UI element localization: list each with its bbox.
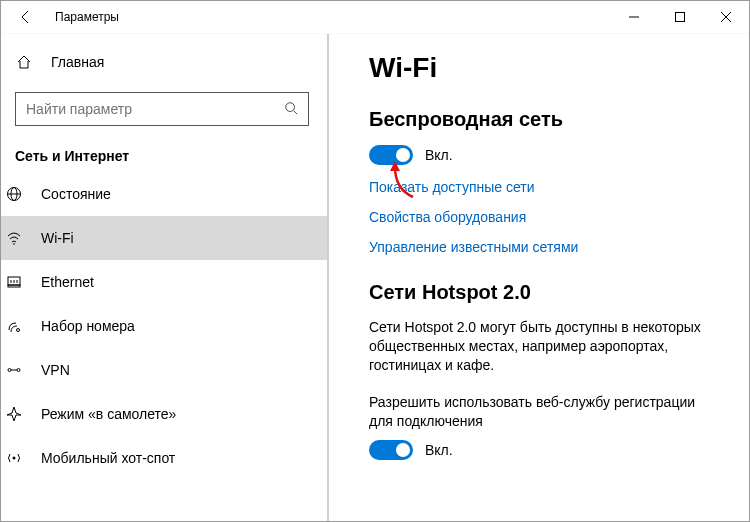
svg-point-17	[13, 457, 16, 460]
sidebar-item-ethernet[interactable]: Ethernet	[1, 260, 329, 304]
wireless-toggle-state: Вкл.	[425, 147, 453, 163]
hotspot20-toggle[interactable]	[369, 440, 413, 460]
hotspot-icon	[5, 450, 23, 466]
sidebar-item-label: Состояние	[41, 186, 111, 202]
wireless-toggle[interactable]	[369, 145, 413, 165]
nav-home[interactable]: Главная	[15, 42, 309, 82]
sidebar-item-airplane[interactable]: Режим «в самолете»	[1, 392, 329, 436]
link-hw-props[interactable]: Свойства оборудования	[369, 209, 719, 225]
svg-rect-9	[8, 285, 20, 287]
link-show-networks[interactable]: Показать доступные сети	[369, 179, 719, 195]
search-input[interactable]	[26, 101, 284, 117]
hotspot20-toggle-state: Вкл.	[425, 442, 453, 458]
nav-home-label: Главная	[51, 54, 104, 70]
wifi-icon	[5, 230, 23, 246]
sidebar-item-label: VPN	[41, 362, 70, 378]
svg-point-7	[13, 243, 15, 245]
svg-line-3	[294, 110, 298, 114]
svg-point-14	[8, 369, 11, 372]
hotspot20-allow-label: Разрешить использовать веб-службу регист…	[369, 393, 719, 431]
close-button[interactable]	[703, 1, 749, 33]
wireless-heading: Беспроводная сеть	[369, 108, 719, 131]
window-title: Параметры	[55, 10, 119, 24]
minimize-button[interactable]	[611, 1, 657, 33]
ethernet-icon	[5, 274, 23, 290]
vpn-icon	[5, 362, 23, 378]
sidebar-item-label: Мобильный хот-спот	[41, 450, 175, 466]
svg-point-13	[17, 329, 20, 332]
globe-icon	[5, 186, 23, 202]
sidebar-item-label: Набор номера	[41, 318, 135, 334]
search-icon	[284, 101, 298, 118]
hotspot20-heading: Сети Hotspot 2.0	[369, 281, 719, 304]
home-icon	[15, 54, 33, 70]
sidebar-item-vpn[interactable]: VPN	[1, 348, 329, 392]
dialup-icon	[5, 318, 23, 334]
airplane-icon	[5, 406, 23, 422]
link-manage-known[interactable]: Управление известными сетями	[369, 239, 719, 255]
svg-point-15	[17, 369, 20, 372]
sidebar-item-label: Wi-Fi	[41, 230, 74, 246]
sidebar-item-status[interactable]: Состояние	[1, 172, 329, 216]
svg-rect-1	[676, 13, 685, 22]
hotspot20-description: Сети Hotspot 2.0 могут быть доступны в н…	[369, 318, 719, 375]
svg-point-2	[286, 102, 295, 111]
sidebar-item-label: Ethernet	[41, 274, 94, 290]
sidebar-item-label: Режим «в самолете»	[41, 406, 176, 422]
maximize-button[interactable]	[657, 1, 703, 33]
sidebar-item-dialup[interactable]: Набор номера	[1, 304, 329, 348]
sidebar-item-hotspot[interactable]: Мобильный хот-спот	[1, 436, 329, 480]
sidebar-section-heading: Сеть и Интернет	[15, 148, 309, 164]
search-box[interactable]	[15, 92, 309, 126]
sidebar-item-wifi[interactable]: Wi-Fi	[1, 216, 329, 260]
page-title: Wi-Fi	[369, 52, 719, 84]
sidebar-scrollbar[interactable]	[327, 34, 329, 521]
back-button[interactable]	[15, 6, 37, 28]
